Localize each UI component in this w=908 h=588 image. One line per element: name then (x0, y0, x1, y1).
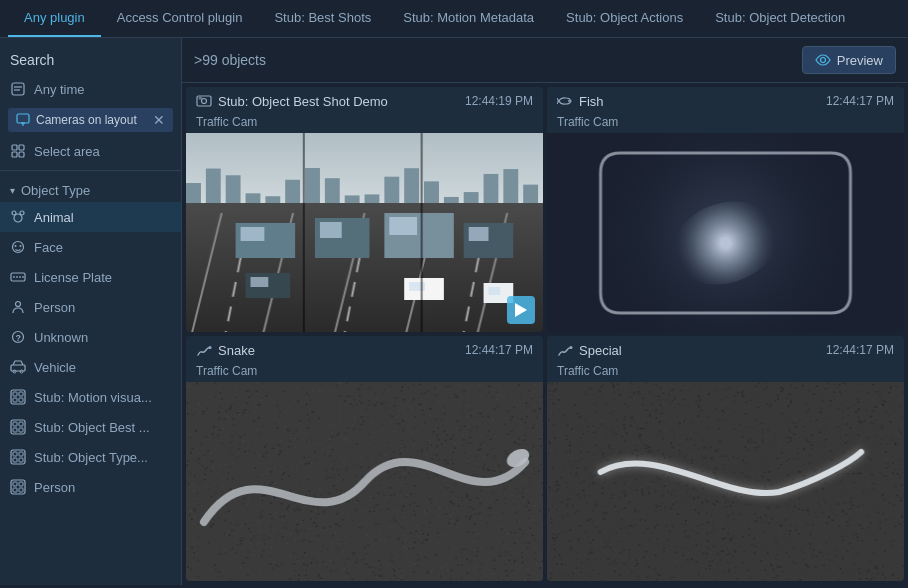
svg-point-12 (20, 211, 24, 215)
clock-icon (10, 81, 26, 97)
svg-rect-0 (12, 83, 24, 95)
card-fish[interactable]: Fish 12:44:17 PM Traffic Cam (547, 87, 904, 332)
card-4-time: 12:44:17 PM (826, 343, 894, 357)
svg-rect-39 (19, 452, 23, 456)
sidebar-item-face[interactable]: Face (0, 232, 181, 262)
stub-object-type-icon (10, 449, 26, 465)
sidebar-item-select-area[interactable]: Select area (0, 136, 181, 166)
tab-bar: Any plugin Access Control plugin Stub: B… (0, 0, 908, 38)
cards-grid: Stub: Object Best Shot Demo 12:44:19 PM … (182, 83, 908, 585)
card-1-subtitle: Traffic Cam (186, 115, 543, 133)
person-icon (10, 299, 26, 315)
stub-object-type-label: Stub: Object Type... (34, 450, 148, 465)
card-2-icon (557, 93, 573, 109)
svg-point-15 (20, 245, 22, 247)
tab-object-actions[interactable]: Stub: Object Actions (550, 0, 699, 37)
svg-point-49 (202, 99, 207, 104)
card-2-title-area: Fish (557, 93, 604, 109)
card-2-header: Fish 12:44:17 PM (547, 87, 904, 115)
cameras-on-layout-label: Cameras on layout (36, 113, 137, 127)
object-type-section-label: Object Type (21, 183, 90, 198)
object-type-section-header[interactable]: ▾ Object Type (0, 175, 181, 202)
svg-rect-7 (19, 145, 24, 150)
stub-object-best-label: Stub: Object Best ... (34, 420, 150, 435)
svg-point-11 (12, 211, 16, 215)
sidebar-item-vehicle[interactable]: Vehicle (0, 352, 181, 382)
svg-point-14 (15, 245, 17, 247)
card-stub-object-best-shot[interactable]: Stub: Object Best Shot Demo 12:44:19 PM … (186, 87, 543, 332)
card-4-image[interactable] (547, 382, 904, 581)
card-1-title: Stub: Object Best Shot Demo (218, 94, 388, 109)
svg-rect-43 (13, 482, 17, 486)
card-2-title: Fish (579, 94, 604, 109)
sidebar-item-animal[interactable]: Animal (0, 202, 181, 232)
sidebar-item-unknown[interactable]: ? Unknown (0, 322, 181, 352)
stub-motion-label: Stub: Motion visua... (34, 390, 152, 405)
content-header: >99 objects Preview (182, 38, 908, 83)
svg-rect-35 (13, 428, 17, 432)
card-3-image[interactable] (186, 382, 543, 581)
svg-rect-8 (12, 152, 17, 157)
chevron-down-icon: ▾ (10, 185, 15, 196)
card-1-icon (196, 93, 212, 109)
card-special[interactable]: Special 12:44:17 PM Traffic Cam (547, 336, 904, 581)
tab-any-plugin[interactable]: Any plugin (8, 0, 101, 37)
card-2-image[interactable] (547, 133, 904, 332)
select-area-label: Select area (34, 144, 100, 159)
vehicle-icon (10, 359, 26, 375)
card-1-image[interactable] (186, 133, 543, 332)
svg-rect-41 (19, 458, 23, 462)
card-1-play-button[interactable] (507, 296, 535, 324)
unknown-label: Unknown (34, 330, 88, 345)
card-3-header: Snake 12:44:17 PM (186, 336, 543, 364)
person-label: Person (34, 300, 75, 315)
face-icon (10, 239, 26, 255)
eye-icon (815, 52, 831, 68)
tab-access-control[interactable]: Access Control plugin (101, 0, 259, 37)
any-time-label: Any time (34, 82, 85, 97)
card-3-title-area: Snake (196, 342, 255, 358)
svg-rect-45 (13, 488, 17, 492)
svg-rect-34 (19, 422, 23, 426)
svg-point-54 (570, 346, 573, 349)
sidebar-item-stub-motion[interactable]: Stub: Motion visua... (0, 382, 181, 412)
sidebar-item-license-plate[interactable]: License Plate (0, 262, 181, 292)
card-4-title-area: Special (557, 342, 622, 358)
card-4-header: Special 12:44:17 PM (547, 336, 904, 364)
sidebar-item-stub-object-best[interactable]: Stub: Object Best ... (0, 412, 181, 442)
animal-icon (10, 209, 26, 225)
card-3-icon (196, 342, 212, 358)
card-4-title: Special (579, 343, 622, 358)
tab-object-detection[interactable]: Stub: Object Detection (699, 0, 861, 37)
svg-rect-46 (19, 488, 23, 492)
svg-point-21 (16, 302, 21, 307)
sidebar-item-person[interactable]: Person (0, 292, 181, 322)
card-3-time: 12:44:17 PM (465, 343, 533, 357)
search-label: Search (0, 46, 181, 74)
face-label: Face (34, 240, 63, 255)
card-2-time: 12:44:17 PM (826, 94, 894, 108)
card-snake[interactable]: Snake 12:44:17 PM Traffic Cam (186, 336, 543, 581)
cameras-on-layout-filter[interactable]: Cameras on layout ✕ (8, 108, 173, 132)
svg-point-52 (568, 100, 570, 102)
svg-rect-50 (199, 98, 202, 100)
sidebar-item-person2[interactable]: Person (0, 472, 181, 502)
card-3-title: Snake (218, 343, 255, 358)
area-icon (10, 143, 26, 159)
preview-button[interactable]: Preview (802, 46, 896, 74)
remove-cameras-filter-button[interactable]: ✕ (153, 112, 165, 128)
sidebar-item-any-time[interactable]: Any time (0, 74, 181, 104)
tab-best-shots[interactable]: Stub: Best Shots (258, 0, 387, 37)
card-3-subtitle: Traffic Cam (186, 364, 543, 382)
sidebar-item-stub-object-type[interactable]: Stub: Object Type... (0, 442, 181, 472)
svg-rect-6 (12, 145, 17, 150)
content-area: >99 objects Preview (182, 38, 908, 585)
svg-rect-9 (19, 152, 24, 157)
svg-rect-30 (13, 398, 17, 402)
unknown-icon: ? (10, 329, 26, 345)
vehicle-label: Vehicle (34, 360, 76, 375)
svg-rect-31 (19, 398, 23, 402)
animal-label: Animal (34, 210, 74, 225)
tab-motion-metadata[interactable]: Stub: Motion Metadata (387, 0, 550, 37)
svg-text:?: ? (16, 333, 22, 343)
